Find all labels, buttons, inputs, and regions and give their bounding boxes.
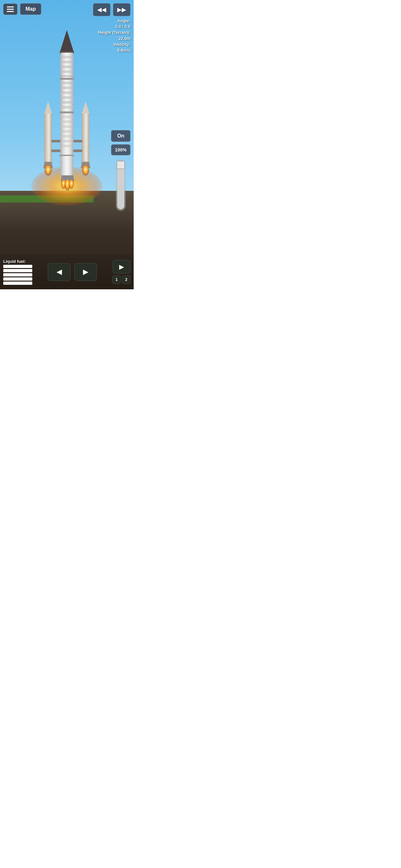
svg-marker-32: [82, 101, 89, 114]
fuel-bar-4: [3, 277, 32, 281]
rewind-button[interactable]: ◀◀: [93, 3, 111, 16]
svg-rect-14: [60, 106, 73, 108]
svg-marker-26: [44, 101, 52, 114]
rocket: [35, 27, 99, 214]
svg-rect-33: [82, 113, 89, 162]
svg-rect-6: [60, 75, 73, 77]
svg-rect-27: [44, 113, 52, 162]
map-button[interactable]: Map: [20, 3, 41, 15]
stage-1-button[interactable]: 1: [112, 275, 121, 284]
fuel-bar-5: [3, 282, 32, 285]
svg-rect-20: [60, 130, 73, 133]
play-button[interactable]: ▶: [113, 260, 130, 274]
fuel-indicator: Liquid fuel:: [3, 259, 32, 285]
fuel-bar-3: [3, 273, 32, 276]
stage-buttons: 1 2: [112, 275, 130, 284]
svg-rect-18: [60, 120, 73, 123]
rotate-left-button[interactable]: ◀: [48, 263, 70, 281]
svg-rect-2: [60, 56, 73, 58]
nose-cone: [60, 30, 74, 53]
top-left-buttons: Map: [3, 3, 41, 15]
bottom-arrows: ◀ ▶: [48, 263, 97, 281]
stage-2-button[interactable]: 2: [122, 275, 130, 284]
svg-point-37: [82, 166, 89, 179]
svg-rect-13: [60, 101, 73, 104]
svg-rect-28: [51, 140, 60, 143]
svg-point-43: [68, 180, 74, 191]
svg-rect-12: [60, 96, 73, 99]
svg-rect-25: [60, 156, 73, 175]
svg-rect-3: [60, 61, 73, 63]
svg-rect-17: [60, 116, 73, 118]
fastforward-button[interactable]: ▶▶: [113, 3, 130, 16]
bottom-right-controls: ▶ 1 2: [112, 260, 130, 284]
rotate-right-button[interactable]: ▶: [74, 263, 97, 281]
fuel-bar-2: [3, 269, 32, 272]
game-container: Map ◀◀ ▶▶ Angle: 0.0 / 0.0 Height (Terra…: [0, 0, 134, 289]
svg-rect-15: [60, 112, 74, 113]
svg-rect-29: [51, 150, 60, 152]
menu-button[interactable]: [3, 4, 18, 15]
bottom-bar: Liquid fuel: ◀ ▶ ▶ 1 2: [0, 254, 134, 289]
throttle-percent-button[interactable]: 100%: [111, 144, 130, 155]
svg-rect-10: [60, 87, 73, 89]
svg-rect-5: [60, 70, 73, 73]
throttle-slider[interactable]: [116, 159, 126, 211]
throttle-handle[interactable]: [117, 161, 125, 169]
svg-rect-16: [60, 113, 73, 155]
svg-rect-34: [73, 140, 82, 143]
svg-rect-21: [60, 135, 73, 137]
svg-rect-19: [60, 125, 73, 128]
svg-rect-9: [60, 82, 73, 84]
svg-rect-7: [60, 78, 74, 80]
engine-on-button[interactable]: On: [111, 130, 130, 142]
fuel-bar-1: [3, 265, 32, 268]
svg-rect-23: [60, 145, 73, 147]
fuel-label: Liquid fuel:: [3, 259, 32, 264]
svg-point-31: [44, 166, 52, 179]
svg-rect-4: [60, 66, 73, 68]
svg-rect-11: [60, 91, 73, 94]
right-controls: On 100%: [111, 130, 130, 211]
svg-rect-35: [73, 150, 82, 152]
svg-rect-22: [60, 140, 73, 143]
